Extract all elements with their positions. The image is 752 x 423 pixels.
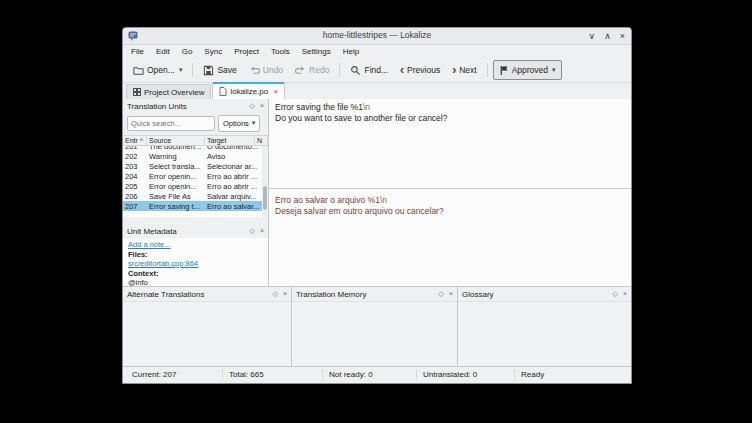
- status-current: Current: 207: [132, 370, 176, 379]
- float-icon[interactable]: ◇: [273, 287, 278, 301]
- close-icon[interactable]: ×: [260, 224, 264, 238]
- menu-file[interactable]: File: [131, 47, 144, 56]
- maximize-icon[interactable]: ∧: [604, 29, 611, 43]
- column-notes[interactable]: N: [255, 136, 268, 145]
- float-icon[interactable]: ◇: [250, 99, 255, 113]
- status-not-ready: Not ready: 0: [329, 370, 373, 379]
- main-area: Translation Units ◇ × Options ▾ Entr ^: [123, 99, 631, 286]
- tab-close-icon[interactable]: ×: [273, 87, 278, 96]
- save-label: Save: [217, 65, 236, 75]
- tab-project-overview[interactable]: Project Overview: [126, 84, 211, 99]
- statusbar: Current: 207 Total: 665 Not ready: 0 Unt…: [123, 366, 631, 383]
- target-text-editor[interactable]: Erro ao salvar o arquivo %1\n Deseja sal…: [269, 189, 631, 286]
- search-icon: [350, 65, 361, 76]
- close-icon[interactable]: ×: [623, 287, 627, 301]
- close-icon[interactable]: ×: [283, 287, 287, 301]
- cell-entry: 203: [123, 162, 147, 171]
- editor-area: Error saving the file %1\n Do you want t…: [269, 99, 631, 286]
- cell-source: Error openin...: [147, 182, 205, 191]
- menu-settings[interactable]: Settings: [302, 47, 331, 56]
- table-row[interactable]: 204 Error openin... Erro ao abrir ...: [123, 171, 268, 181]
- bottom-docks: Alternate Translations ◇ × Translation M…: [123, 286, 631, 369]
- approved-label: Approved: [512, 65, 548, 75]
- find-button[interactable]: Find...: [345, 61, 393, 79]
- cell-target: Selecionar ar...: [205, 162, 261, 171]
- status-untranslated: Untranslated: 0: [423, 370, 477, 379]
- scrollbar-thumb[interactable]: [263, 186, 267, 210]
- menu-sync[interactable]: Sync: [204, 47, 222, 56]
- menu-tools[interactable]: Tools: [271, 47, 290, 56]
- table-row[interactable]: 205 Error openin... Erro ao abrir ...: [123, 181, 268, 191]
- toolbar-separator: [339, 63, 340, 77]
- panel-title: Unit Metadata: [127, 227, 177, 236]
- column-label: Target: [207, 137, 226, 144]
- float-icon[interactable]: ◇: [250, 224, 255, 238]
- chevron-down-icon[interactable]: ▾: [552, 66, 556, 74]
- unit-metadata-body: Add a note... Files: src/editortab.cpp:8…: [123, 238, 268, 286]
- next-button[interactable]: › Next: [447, 61, 481, 79]
- table-row[interactable]: 201 The documen... O documento...: [123, 146, 268, 151]
- table-row[interactable]: 203 Select transla... Selecionar ar...: [123, 161, 268, 171]
- undo-button[interactable]: Undo: [244, 61, 288, 79]
- cell-source: Error openin...: [147, 172, 205, 181]
- save-button[interactable]: Save: [198, 61, 241, 79]
- table-scrollbar[interactable]: [262, 146, 268, 217]
- find-label: Find...: [364, 65, 388, 75]
- table-row[interactable]: 202 Warning Aviso: [123, 151, 268, 161]
- menu-edit[interactable]: Edit: [156, 47, 170, 56]
- float-icon[interactable]: ◇: [613, 287, 618, 301]
- options-button[interactable]: Options ▾: [218, 115, 260, 132]
- cell-source: Warning: [147, 152, 205, 161]
- open-button[interactable]: Open... ▾: [128, 61, 187, 79]
- tab-lokalize-po[interactable]: lokalize.po ×: [212, 82, 284, 99]
- file-link[interactable]: src/editortab.cpp:864: [128, 259, 198, 268]
- column-source[interactable]: Source: [147, 136, 205, 145]
- cell-source: Save File As: [147, 192, 205, 201]
- folder-open-icon: [133, 65, 144, 76]
- cell-entry: 205: [123, 182, 147, 191]
- previous-button[interactable]: ‹ Previous: [395, 61, 445, 79]
- cell-target: O documento...: [205, 146, 261, 151]
- add-note-link[interactable]: Add a note...: [128, 240, 171, 249]
- chevron-down-icon[interactable]: ▾: [179, 66, 183, 74]
- table-row[interactable]: 206 Save File As Salvar arquiv...: [123, 191, 268, 201]
- status-total: Total: 665: [229, 370, 264, 379]
- tabbar: Project Overview lokalize.po ×: [123, 83, 631, 99]
- menu-help[interactable]: Help: [343, 47, 359, 56]
- toolbar-separator: [487, 63, 488, 77]
- table-row-selected[interactable]: 207 Error saving t... Erro ao salvar...: [123, 201, 268, 211]
- window-title: home-littlestripes — Lokalize: [123, 30, 631, 40]
- redo-button[interactable]: Redo: [290, 61, 334, 79]
- target-line: Erro ao salvar o arquivo %1: [275, 195, 380, 205]
- search-row: Options ▾: [123, 113, 268, 133]
- titlebar[interactable]: home-littlestripes — Lokalize ∨ ∧ ×: [123, 28, 631, 45]
- cell-source: Error saving t...: [147, 202, 205, 211]
- float-icon[interactable]: ◇: [439, 287, 444, 301]
- column-entry[interactable]: Entr ^: [123, 136, 147, 145]
- redo-label: Redo: [309, 65, 329, 75]
- column-target[interactable]: Target: [205, 136, 255, 145]
- cell-target: Aviso: [205, 152, 261, 161]
- close-icon[interactable]: ×: [260, 99, 264, 113]
- options-label: Options: [223, 119, 249, 128]
- quick-search-input[interactable]: [127, 116, 215, 131]
- undo-label: Undo: [263, 65, 283, 75]
- panel-content: [458, 301, 631, 369]
- menubar: File Edit Go Sync Project Tools Settings…: [123, 45, 631, 58]
- source-text: Error saving the file %1\n Do you want t…: [269, 99, 631, 189]
- cell-entry: 206: [123, 192, 147, 201]
- status-separator: [416, 369, 417, 380]
- close-icon[interactable]: ×: [620, 29, 625, 43]
- translation-units-header: Translation Units ◇ ×: [123, 99, 268, 113]
- menu-project[interactable]: Project: [234, 47, 259, 56]
- cell-target: Erro ao abrir ...: [205, 182, 261, 191]
- column-label: Source: [149, 137, 171, 144]
- toolbar: Open... ▾ Save Undo Redo Find... ‹ Previ…: [123, 58, 631, 83]
- cell-target: Erro ao abrir ...: [205, 172, 261, 181]
- alternate-translations-panel: Alternate Translations ◇ ×: [123, 287, 292, 369]
- close-icon[interactable]: ×: [449, 287, 453, 301]
- approved-toggle[interactable]: Approved ▾: [493, 60, 562, 80]
- menu-go[interactable]: Go: [182, 47, 193, 56]
- minimize-icon[interactable]: ∨: [589, 29, 596, 43]
- translation-memory-panel: Translation Memory ◇ ×: [292, 287, 458, 369]
